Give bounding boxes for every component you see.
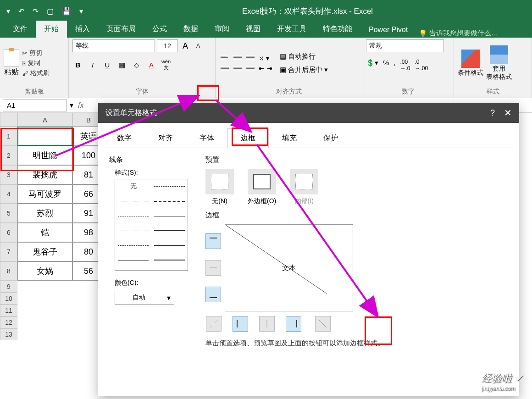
italic-button[interactable]: I: [87, 61, 98, 69]
align-bottom-button[interactable]: [245, 53, 256, 62]
dlg-tab-protection[interactable]: 保护: [310, 128, 351, 148]
color-select[interactable]: 自动 ▾: [115, 291, 174, 305]
increase-font-icon[interactable]: A: [180, 41, 191, 51]
paste-button[interactable]: 粘贴: [4, 49, 19, 77]
align-middle-button[interactable]: [232, 53, 243, 62]
decrease-font-icon[interactable]: A: [193, 43, 204, 49]
border-center-button[interactable]: [259, 316, 275, 332]
cut-button[interactable]: ✂剪切: [22, 49, 50, 57]
font-name-input[interactable]: [72, 39, 155, 52]
row-header[interactable]: 12: [0, 316, 17, 328]
align-right-button[interactable]: [245, 64, 256, 73]
currency-button[interactable]: 💲▾: [366, 59, 378, 72]
cell[interactable]: 明世隐: [17, 146, 72, 165]
comma-button[interactable]: ,: [393, 59, 395, 72]
new-icon[interactable]: ▢: [47, 7, 54, 16]
close-icon[interactable]: ✕: [504, 107, 512, 118]
font-color-button[interactable]: A: [146, 61, 157, 69]
tab-formulas[interactable]: 公式: [144, 21, 175, 38]
cell[interactable]: 鬼谷子: [17, 242, 72, 261]
percent-button[interactable]: %: [383, 59, 389, 72]
conditional-formatting-button[interactable]: 条件格式: [458, 50, 483, 77]
bold-button[interactable]: B: [72, 61, 83, 69]
qat-dropdown-icon[interactable]: ▾: [79, 7, 83, 16]
align-top-button[interactable]: [219, 53, 230, 62]
fx-icon[interactable]: fx: [73, 101, 88, 110]
preset-inside[interactable]: 内部(I): [290, 169, 318, 205]
phonetic-button[interactable]: wén文: [161, 59, 172, 71]
align-left-button[interactable]: [219, 64, 230, 73]
preset-none[interactable]: 无(N): [205, 169, 234, 205]
border-diag-down-button[interactable]: [315, 316, 331, 332]
tab-review[interactable]: 审阅: [206, 21, 238, 38]
preset-outline[interactable]: 外边框(O): [248, 169, 276, 205]
dlg-tab-alignment[interactable]: 对齐: [145, 128, 186, 148]
increase-indent-button[interactable]: ⇥: [267, 65, 272, 72]
tab-insert[interactable]: 插入: [67, 21, 98, 38]
row-header[interactable]: 1: [0, 127, 17, 146]
format-as-table-button[interactable]: 套用 表格格式: [486, 45, 512, 81]
style-none[interactable]: 无: [118, 182, 149, 190]
menu-icon[interactable]: ▾: [6, 7, 10, 16]
undo-icon[interactable]: ↶: [18, 7, 24, 16]
cell[interactable]: 苏烈: [17, 204, 72, 223]
orientation-button[interactable]: ⤭ ▾: [259, 55, 272, 62]
underline-button[interactable]: U: [102, 61, 113, 69]
align-center-button[interactable]: [232, 64, 243, 73]
border-left-button[interactable]: [233, 316, 248, 332]
help-icon[interactable]: ?: [490, 108, 495, 118]
save-icon[interactable]: 💾: [62, 7, 71, 16]
cell[interactable]: 铠: [17, 223, 72, 242]
decrease-decimal-button[interactable]: .0→.00: [415, 59, 428, 72]
row-header[interactable]: 9: [0, 281, 17, 293]
border-button[interactable]: ▦: [116, 61, 127, 69]
select-all-corner[interactable]: [0, 113, 17, 127]
number-format-select[interactable]: [366, 39, 444, 52]
line-style-list[interactable]: 无: [115, 179, 188, 271]
dlg-tab-fill[interactable]: 填充: [269, 128, 310, 148]
tab-file[interactable]: 文件: [5, 21, 36, 38]
increase-decimal-button[interactable]: .00→.0: [400, 59, 410, 72]
dlg-tab-font[interactable]: 字体: [186, 128, 227, 148]
cell[interactable]: 女娲: [17, 261, 72, 281]
tab-developer[interactable]: 开发工具: [269, 21, 315, 38]
cell[interactable]: 马可波罗: [17, 184, 72, 204]
cell[interactable]: 裴擒虎: [17, 165, 72, 184]
fill-color-button[interactable]: ◇: [131, 61, 142, 69]
wrap-text-button[interactable]: ▤自动换行: [280, 52, 328, 61]
border-right-button[interactable]: [286, 316, 301, 332]
row-header[interactable]: 6: [0, 223, 17, 242]
border-diag-up-button[interactable]: [206, 316, 222, 332]
font-size-input[interactable]: [157, 39, 178, 52]
row-header[interactable]: 3: [0, 165, 17, 184]
row-header[interactable]: 5: [0, 204, 17, 223]
redo-icon[interactable]: ↷: [33, 7, 39, 16]
tab-special[interactable]: 特色功能: [315, 21, 360, 38]
name-box[interactable]: [3, 100, 67, 111]
col-header[interactable]: A: [17, 113, 72, 127]
dlg-tab-number[interactable]: 数字: [104, 128, 145, 148]
row-header[interactable]: 13: [0, 328, 17, 340]
row-header[interactable]: 10: [0, 293, 17, 305]
tab-data[interactable]: 数据: [175, 21, 206, 38]
chevron-down-icon[interactable]: ▾: [163, 294, 174, 302]
row-header[interactable]: 4: [0, 184, 17, 204]
decrease-indent-button[interactable]: ⇤: [259, 65, 264, 72]
cell-a1[interactable]: [17, 127, 72, 146]
row-header[interactable]: 7: [0, 242, 17, 261]
border-top-button[interactable]: [205, 233, 221, 249]
format-painter-button[interactable]: 🖌格式刷: [22, 69, 50, 78]
tab-powerpivot[interactable]: Power Pivot: [360, 22, 416, 38]
merge-center-button[interactable]: ▣合并后居中 ▾: [280, 66, 328, 74]
border-middle-button[interactable]: [205, 260, 221, 276]
copy-button[interactable]: ⎘复制: [22, 59, 50, 67]
tab-page-layout[interactable]: 页面布局: [98, 21, 144, 38]
dlg-tab-border[interactable]: 边框: [227, 128, 269, 148]
row-header[interactable]: 11: [0, 305, 17, 316]
row-header[interactable]: 8: [0, 261, 17, 281]
tab-view[interactable]: 视图: [238, 21, 269, 38]
row-header[interactable]: 2: [0, 146, 17, 165]
tell-me[interactable]: 💡 告诉我您想要做什么...: [419, 29, 497, 38]
namebox-dropdown-icon[interactable]: ▾: [70, 101, 73, 110]
border-bottom-button[interactable]: [205, 287, 221, 302]
